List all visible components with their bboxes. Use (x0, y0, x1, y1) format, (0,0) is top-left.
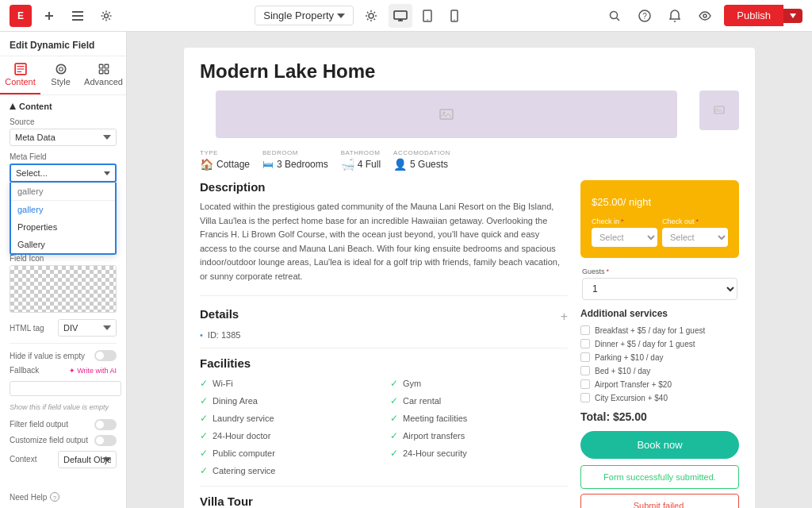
svg-rect-34 (714, 106, 724, 114)
sidebar-divider-1 (10, 343, 117, 344)
filter-field-output-toggle[interactable] (94, 419, 117, 430)
publish-button[interactable]: Publish (724, 5, 783, 26)
dropdown-item-gallery2[interactable]: Gallery (11, 236, 115, 253)
booking-date-fields: Check in * Select Check out * (592, 217, 728, 247)
tab-style-label: Style (51, 77, 70, 87)
meta-accommodation-value: 5 Guests (410, 159, 448, 170)
tablet-device-btn[interactable] (416, 4, 439, 28)
service-breakfast-checkbox[interactable] (580, 325, 590, 335)
tab-content[interactable]: Content (0, 56, 40, 94)
service-city-excursion-checkbox[interactable] (580, 393, 590, 402)
svg-line-15 (617, 17, 620, 21)
service-dinner-label: Dinner + $5 / day for 1 guest (595, 340, 695, 348)
field-icon-label: Field Icon (10, 254, 117, 263)
customize-field-output-row: Customize field output (10, 435, 117, 446)
facility-computer: ✓ Public computer (200, 446, 377, 460)
gear-icon-btn[interactable] (360, 5, 382, 27)
fallback-input[interactable] (10, 381, 121, 396)
facility-doctor-label: 24-Hour doctor (213, 431, 270, 441)
sidebar: Edit Dynamic Field Content Style Advance… (0, 32, 127, 508)
facility-doctor: ✓ 24-Hour doctor (200, 429, 377, 443)
svg-point-18 (674, 21, 676, 22)
add-detail-btn[interactable]: + (561, 310, 568, 324)
field-icon-row: Field Icon (10, 254, 117, 313)
page-content: Modern Lake Home TYPE 🏠 Cottage (184, 48, 755, 508)
facility-airport-label: Airport transfers (403, 431, 465, 441)
top-bar-center: Single Property (255, 4, 466, 28)
eye-icon-btn[interactable] (694, 5, 716, 27)
facility-catering-label: Catering service (213, 466, 275, 475)
meta-bedroom-icon-row: 🛏 3 Bedrooms (262, 158, 328, 171)
source-label: Source (10, 117, 117, 126)
guests-label: Guests * (582, 267, 737, 275)
dropdown-item-gallery[interactable]: gallery (11, 201, 115, 218)
facility-meeting: ✓ Meeting facilities (390, 411, 568, 425)
service-parking-checkbox[interactable] (580, 352, 590, 362)
service-parking-label: Parking + $10 / day (595, 353, 663, 362)
check-out-label-text: Check out (662, 217, 695, 225)
html-tag-select[interactable]: DIV (58, 319, 117, 337)
hide-if-empty-toggle[interactable] (94, 350, 117, 361)
help-icon-btn[interactable]: ? (634, 5, 656, 27)
svg-point-33 (443, 112, 446, 114)
service-dinner-checkbox[interactable] (580, 339, 590, 348)
write-with-ai-btn[interactable]: ✦ Write with AI (69, 367, 117, 375)
tab-style[interactable]: Style (40, 56, 81, 94)
details-section: Details + • ID: 1385 (200, 295, 568, 340)
fallback-row: Fallback ✦ Write with AI (10, 366, 117, 375)
meta-bathroom-value: 4 Full (358, 159, 381, 170)
meta-type: TYPE 🏠 Cottage (200, 149, 250, 171)
service-bed-label: Bed + $10 / day (595, 367, 650, 375)
meta-accommodation-label: ACCOMODATION (393, 149, 450, 156)
svg-point-6 (369, 13, 373, 18)
check-icon-meeting: ✓ (390, 413, 398, 424)
publish-button-group: Publish (724, 5, 802, 26)
hide-if-empty-row: Hide if value is empty (10, 350, 117, 361)
service-city-excursion: City Excursion + $40 (580, 393, 739, 402)
check-icon-catering: ✓ (200, 465, 208, 476)
meta-accommodation: ACCOMODATION 👤 5 Guests (393, 149, 450, 171)
check-out-select[interactable]: Select (662, 228, 728, 247)
detail-item-id: • ID: 1385 (200, 330, 568, 340)
settings-icon-btn[interactable] (95, 5, 117, 27)
villa-tour-section: Villa Tour E Video Placeholder (200, 486, 568, 508)
top-bar: E Single Property (0, 0, 812, 32)
guests-icon: 👤 (393, 158, 407, 171)
bed-icon: 🛏 (262, 158, 274, 171)
check-in-select[interactable]: Select (592, 228, 657, 247)
service-bed-checkbox[interactable] (580, 366, 590, 375)
context-select[interactable]: Default Object (58, 451, 117, 468)
guests-select[interactable]: 1 (582, 278, 737, 300)
publish-dropdown-btn[interactable] (783, 9, 802, 23)
field-icon-box[interactable] (10, 265, 117, 313)
facility-wifi: ✓ Wi-Fi (200, 376, 377, 391)
device-icons (389, 4, 466, 28)
customize-field-output-toggle[interactable] (94, 435, 117, 446)
svg-point-25 (59, 67, 63, 71)
tab-advanced[interactable]: Advanced (81, 56, 126, 94)
meta-field-input[interactable]: Select... (10, 164, 117, 183)
hamburger-icon-btn[interactable] (67, 5, 89, 27)
desktop-device-btn[interactable] (389, 4, 412, 28)
need-help-btn[interactable]: Need Help ? (0, 486, 126, 508)
svg-rect-29 (105, 70, 109, 74)
book-now-btn[interactable]: Book now (580, 431, 739, 459)
meta-field-row: Meta Field Select... gallery Properties … (10, 152, 117, 183)
service-airport-transfer-checkbox[interactable] (580, 379, 590, 389)
meta-field-label: Meta Field (10, 152, 117, 161)
elementor-logo[interactable]: E (10, 5, 32, 27)
search-icon-btn[interactable] (603, 5, 626, 27)
detail-id-label: ID: 1385 (208, 330, 241, 340)
check-icon-laundry: ✓ (200, 413, 208, 424)
detail-dot: • (200, 330, 203, 340)
notification-icon-btn[interactable] (664, 5, 686, 27)
dropdown-item-properties[interactable]: Properties (11, 218, 115, 236)
property-selector[interactable]: Single Property (255, 6, 354, 25)
dropdown-search-input[interactable] (16, 185, 110, 198)
svg-rect-27 (105, 64, 109, 68)
svg-text:?: ? (53, 495, 57, 502)
mobile-device-btn[interactable] (442, 4, 466, 28)
source-select[interactable]: Meta Data (10, 129, 117, 146)
meta-bathroom-icon-row: 🛁 4 Full (341, 158, 381, 171)
add-icon-btn[interactable] (38, 5, 60, 27)
